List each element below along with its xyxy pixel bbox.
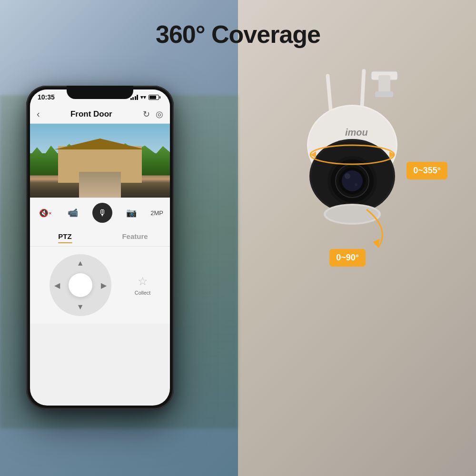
phone-shell: 10:35 ▾▾ — [26, 86, 174, 409]
resolution-label: 2MP — [150, 209, 163, 217]
dpad-outer: ▲ ▼ ◀ ▶ — [50, 254, 111, 316]
svg-point-16 — [355, 183, 357, 186]
app-header: ‹ Front Door ↻ ◎ — [30, 105, 170, 124]
svg-text:imou: imou — [345, 127, 368, 138]
vertical-angle-badge: 0~90° — [329, 249, 366, 267]
svg-point-15 — [345, 173, 350, 179]
refresh-icon[interactable]: ↻ — [143, 109, 150, 119]
header-action-icons: ↻ ◎ — [143, 109, 163, 119]
phone-screen: 10:35 ▾▾ — [30, 89, 170, 406]
svg-rect-2 — [375, 91, 393, 97]
camera-device: imou 0~355° 0~90° — [257, 67, 438, 314]
page-title: 360° Coverage — [0, 20, 476, 49]
back-button[interactable]: ‹ — [37, 109, 40, 119]
snapshot-button[interactable]: 📷 — [123, 204, 140, 221]
phone-device: 10:35 ▾▾ — [26, 86, 174, 409]
collect-star-icon: ☆ — [138, 275, 148, 288]
collect-button[interactable]: ☆ Collect — [135, 275, 151, 296]
dpad-up-arrow[interactable]: ▲ — [77, 259, 84, 268]
collect-label: Collect — [135, 290, 151, 296]
dpad-right-arrow[interactable]: ▶ — [101, 281, 107, 290]
camera-svg: imou — [257, 67, 438, 314]
camera-name: Front Door — [70, 109, 112, 119]
ptz-area: ▲ ▼ ◀ ▶ ☆ Collect — [30, 247, 170, 324]
mute-button[interactable]: 🔇 ✕ — [37, 204, 54, 221]
tab-feature[interactable]: Feature — [100, 232, 170, 243]
wifi-icon: ▾▾ — [140, 94, 146, 100]
mic-button[interactable]: 🎙 — [92, 203, 112, 223]
phone-notch — [67, 86, 133, 99]
dpad-center[interactable] — [69, 273, 92, 297]
camera-preview — [30, 124, 170, 198]
tab-bar: PTZ Feature — [30, 228, 170, 247]
preview-driveway — [79, 172, 121, 198]
dpad-down-arrow[interactable]: ▼ — [77, 303, 84, 311]
horizontal-angle-badge: 0~355° — [407, 162, 447, 179]
dpad-left-arrow[interactable]: ◀ — [54, 281, 60, 290]
status-time: 10:35 — [38, 93, 55, 101]
video-button[interactable]: 📹 — [64, 204, 81, 221]
directional-pad: ▲ ▼ ◀ ▶ — [50, 254, 111, 316]
svg-point-14 — [342, 170, 363, 191]
svg-point-18 — [326, 206, 378, 223]
tab-ptz[interactable]: PTZ — [30, 232, 100, 243]
settings-icon[interactable]: ◎ — [156, 109, 163, 119]
control-bar: 🔇 ✕ 📹 🎙 📷 2MP — [30, 198, 170, 228]
status-icons: ▾▾ — [130, 94, 161, 100]
battery-icon — [149, 95, 160, 100]
